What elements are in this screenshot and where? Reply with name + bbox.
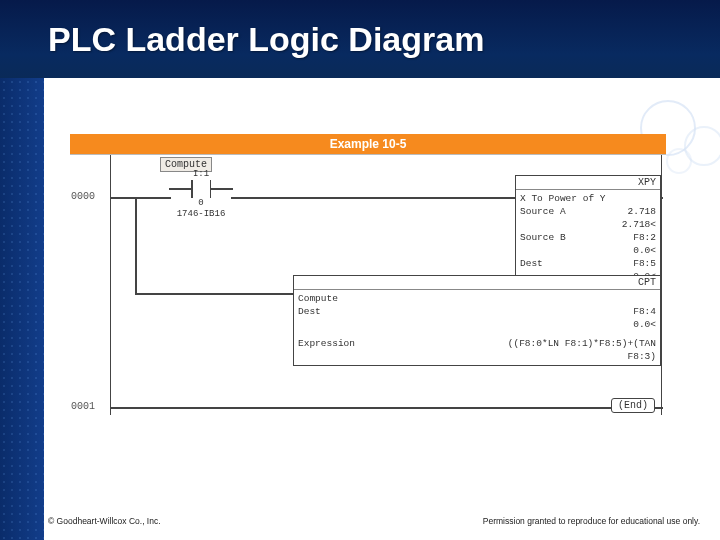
contact-label-bottom: 1746-IB16 xyxy=(171,209,231,220)
cpt-body: Compute Dest F8:4 0.0< Expression ((F8:0… xyxy=(294,290,660,365)
xpy-body: X To Power of Y Source A 2.718 2.718< So… xyxy=(516,190,660,285)
dot-pattern xyxy=(0,78,44,540)
xpy-dest-label: Dest xyxy=(520,257,543,270)
input-contact: I:1 0 1746-IB16 xyxy=(171,169,231,220)
title-bar: PLC Ladder Logic Diagram xyxy=(0,0,720,78)
slide: PLC Ladder Logic Diagram Example 10-5 Co… xyxy=(0,0,720,540)
side-decor xyxy=(0,78,44,540)
cpt-desc: Compute xyxy=(298,292,656,305)
footer-permission: Permission granted to reproduce for educ… xyxy=(483,516,700,526)
contact-label-top: I:1 xyxy=(171,169,231,180)
cpt-dest-label: Dest xyxy=(298,305,321,318)
xpy-dest-val: F8:5 xyxy=(633,257,656,270)
xpy-srca-val: 2.718 xyxy=(627,205,656,218)
xpy-srcb-val: F8:2 xyxy=(633,231,656,244)
diagram-content: Example 10-5 Compute 0000 0001 I:1 0 174… xyxy=(70,134,666,415)
cpt-expr-bot: F8:3) xyxy=(627,350,656,363)
cpt-dest-sub: 0.0< xyxy=(633,318,656,331)
cpt-instruction: CPT Compute Dest F8:4 0.0< Expression ((… xyxy=(293,275,661,366)
example-header: Example 10-5 xyxy=(70,134,666,154)
xpy-title: XPY xyxy=(516,176,660,190)
cpt-expr-label: Expression xyxy=(298,337,355,350)
cpt-title: CPT xyxy=(294,276,660,290)
xpy-srcb-label: Source B xyxy=(520,231,566,244)
footer-copyright: © Goodheart-Willcox Co., Inc. xyxy=(48,516,161,526)
xpy-srca-label: Source A xyxy=(520,205,566,218)
cpt-expr-top: ((F8:0*LN F8:1)*F8:5)+(TAN xyxy=(508,337,656,350)
rung-address-1: 0001 xyxy=(71,401,107,412)
xpy-instruction: XPY X To Power of Y Source A 2.718 2.718… xyxy=(515,175,661,286)
branch-wire-h xyxy=(135,293,295,295)
end-label: End xyxy=(624,400,642,411)
ring-icon xyxy=(666,148,692,174)
xpy-srcb-sub: 0.0< xyxy=(520,244,656,257)
xpy-desc: X To Power of Y xyxy=(520,192,656,205)
contact-symbol xyxy=(171,180,231,198)
slide-title: PLC Ladder Logic Diagram xyxy=(48,20,484,59)
ladder-rails: 0000 0001 I:1 0 1746-IB16 XPY xyxy=(110,155,662,415)
rung1-wire xyxy=(111,407,663,409)
contact-label-mid: 0 xyxy=(171,198,231,209)
rung-address-0: 0000 xyxy=(71,191,107,202)
branch-wire-v xyxy=(135,197,137,293)
ladder-diagram: Compute 0000 0001 I:1 0 1746-IB16 xyxy=(70,154,666,415)
end-instruction: (End) xyxy=(611,398,655,413)
xpy-srca-sub: 2.718< xyxy=(520,218,656,231)
cpt-dest-val: F8:4 xyxy=(633,305,656,318)
